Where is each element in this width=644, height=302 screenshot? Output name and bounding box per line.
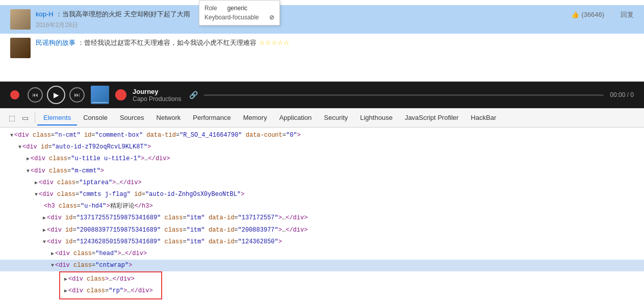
progress-area [204, 94, 604, 96]
dom-line[interactable]: <div id="137172557159875341689" class="i… [0, 212, 644, 224]
play-button[interactable]: ▶ [47, 86, 65, 104]
expand-icon[interactable] [18, 144, 21, 150]
comment-date: 2016年2月28日 [36, 21, 566, 30]
dom-line[interactable]: <div class>…</div> [60, 273, 157, 285]
like-count: (36646) [581, 11, 604, 18]
dom-line[interactable]: <div id="124362850159875341689" class="i… [0, 236, 644, 248]
expand-icon[interactable] [51, 251, 54, 257]
expand-icon[interactable] [43, 228, 46, 233]
comment-content: 民谣狗的故事 ：曾经我说过赵雷不红天理难容，如今我说小虎不红天理难容 ☆☆☆☆☆ [36, 38, 634, 47]
comment-row: kop-H ：当我高举理想的火炬 天空却刚好下起了大雨 2016年2月28日 👍… [0, 5, 644, 34]
devtools-panel: <div class="n-cmt" id="comment-box" data… [0, 128, 644, 302]
comments-section: kop-H ：当我高举理想的火炬 天空却刚好下起了大雨 2016年2月28日 👍… [0, 0, 644, 67]
comment-content: kop-H ：当我高举理想的火炬 天空却刚好下起了大雨 2016年2月28日 [36, 9, 566, 30]
comment-row: 民谣狗的故事 ：曾经我说过赵雷不红天理难容，如今我说小虎不红天理难容 ☆☆☆☆☆ [0, 34, 644, 62]
keyboard-value: ⊘ [269, 14, 274, 21]
dom-line[interactable]: <div class="cmmts j-flag" id="auto-id-Zn… [0, 189, 644, 200]
dom-line[interactable]: <div class="u-title u-title-1">…</div> [0, 153, 644, 165]
dom-line[interactable]: </div> [0, 299, 644, 302]
tab-console[interactable]: Console [77, 111, 114, 125]
expand-icon[interactable] [35, 180, 38, 186]
thumb-up-icon: 👍 [571, 11, 579, 18]
tooltip-keyboard-row: Keyboard-focusable ⊘ [204, 13, 274, 22]
record-button[interactable] [115, 89, 126, 100]
expand-icon[interactable] [64, 288, 67, 294]
app-icon [10, 90, 19, 99]
next-button[interactable]: ⏭ [69, 87, 85, 103]
player-controls: ⏮ ▶ ⏭ [28, 86, 85, 104]
comment-actions: 👍 (36646) ｜ 回复 [571, 9, 634, 20]
prev-button[interactable]: ⏮ [28, 87, 43, 103]
like-button[interactable]: 👍 (36646) [571, 11, 604, 18]
expand-icon[interactable] [43, 239, 46, 245]
divider: ｜ [608, 9, 616, 20]
dom-line[interactable]: <div class="rp">…</div> [60, 285, 157, 297]
expand-icon[interactable] [43, 215, 46, 221]
role-label: Role [204, 5, 217, 12]
time-display: 00:00 / 0 [610, 91, 634, 98]
comment-text: ：曾经我说过赵雷不红天理难容，如今我说小虎不红天理难容 [78, 39, 256, 46]
reply-button[interactable]: 回复 [621, 10, 634, 19]
comment-text: ：当我高举理想的火炬 天空却刚好下起了大雨 [56, 10, 190, 18]
tab-lighthouse[interactable]: Lighthouse [354, 111, 399, 125]
expand-icon[interactable] [35, 192, 38, 197]
keyboard-label: Keyboard-focusable [204, 14, 259, 21]
devtools-tabs: ⬚ ▭ Elements Console Sources Network Per… [0, 108, 644, 128]
accessibility-tooltip: Role generic Keyboard-focusable ⊘ [199, 0, 280, 26]
devtools-icon-buttons: ⬚ ▭ [2, 112, 35, 123]
role-value: generic [227, 5, 247, 12]
comment-user[interactable]: 民谣狗的故事 [36, 39, 75, 46]
tab-js-profiler[interactable]: JavaScript Profiler [399, 111, 465, 125]
avatar [10, 9, 31, 30]
link-icon[interactable]: 🔗 [189, 91, 198, 99]
red-outline-box: <div class>…</div> <div class="rp">…</di… [59, 271, 162, 299]
progress-bar[interactable] [204, 94, 604, 96]
avatar [10, 38, 31, 58]
track-artist: Capo Productions [133, 95, 181, 103]
dom-line[interactable]: <div class="head">…</div> [0, 248, 644, 260]
tab-performance[interactable]: Performance [187, 111, 237, 125]
device-mode-icon[interactable]: ▭ [19, 112, 31, 123]
tab-hackbar[interactable]: HackBar [465, 111, 502, 125]
tab-application[interactable]: Application [273, 111, 318, 125]
expand-icon[interactable] [51, 263, 54, 268]
inspect-element-icon[interactable]: ⬚ [6, 112, 17, 123]
track-title: Journey [133, 88, 181, 95]
expand-icon[interactable] [10, 133, 13, 138]
dom-line[interactable]: <div class="n-cmt" id="comment-box" data… [0, 130, 644, 141]
tab-memory[interactable]: Memory [237, 111, 273, 125]
dom-line[interactable]: <div class="iptarea">…</div> [0, 177, 644, 189]
tab-security[interactable]: Security [318, 111, 354, 125]
tab-network[interactable]: Network [150, 111, 187, 125]
album-art [91, 86, 109, 104]
track-info: Journey Capo Productions [133, 88, 181, 103]
tab-sources[interactable]: Sources [114, 111, 150, 125]
expand-icon[interactable] [64, 276, 67, 282]
dom-line[interactable]: <h3 class="u-hd4">精彩评论</h3> [0, 200, 644, 212]
star-rating: ☆☆☆☆☆ [259, 39, 290, 46]
dom-line-selected[interactable]: <div class="cntwrap"> [0, 260, 644, 271]
tooltip-role-row: Role generic [204, 4, 274, 13]
dom-line[interactable]: <div id="200883977159875341689" class="i… [0, 224, 644, 236]
expand-icon[interactable] [27, 156, 30, 162]
expand-icon[interactable] [27, 168, 30, 174]
comment-user[interactable]: kop-H [36, 10, 54, 18]
dom-line[interactable]: <div id="auto-id-zT92oqRcvL9KLK8T"> [0, 141, 644, 153]
media-player: ⏮ ▶ ⏭ Journey Capo Productions 🔗 00:00 /… [0, 82, 644, 108]
tab-elements[interactable]: Elements [37, 111, 77, 125]
page-content: Role generic Keyboard-focusable ⊘ kop-H … [0, 0, 644, 82]
dom-line[interactable]: <div class="m-cmmt"> [0, 165, 644, 177]
